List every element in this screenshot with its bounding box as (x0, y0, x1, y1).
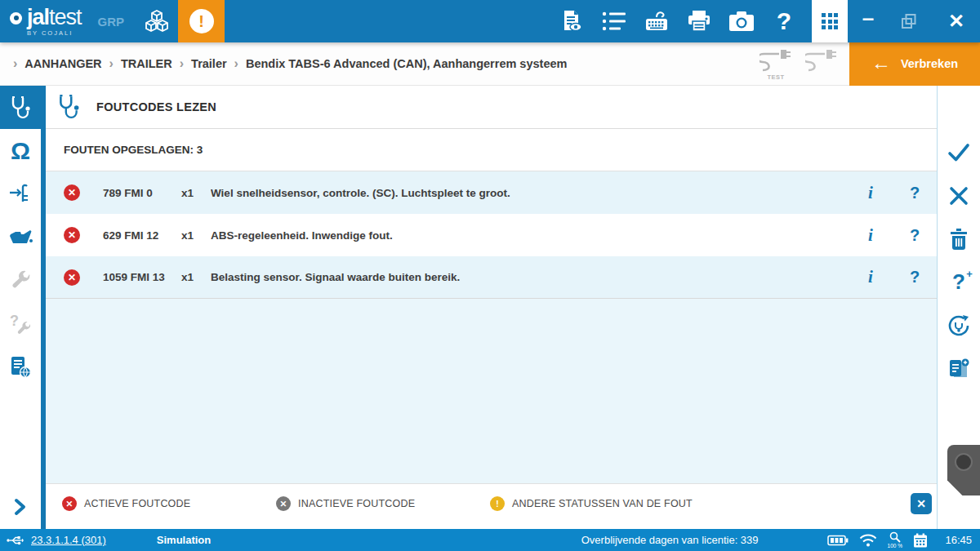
battery-icon (827, 535, 849, 546)
status-bar: 23.3.1.1.4 (301) Simulation Overblijvend… (0, 529, 980, 551)
sidebar-item-components[interactable] (0, 172, 41, 216)
stored-faults-header: FOUTEN OPGESLAGEN: 3 (46, 129, 937, 171)
active-fault-icon: ✕ (64, 269, 80, 286)
sidebar-item-technical-data[interactable] (0, 345, 41, 389)
confirm-button[interactable] (938, 131, 980, 174)
logo-dot-icon (10, 12, 22, 24)
fault-count: x1 (181, 187, 211, 199)
extra-help-button[interactable]: ?+ (938, 260, 980, 304)
connection-status-icons: TEST (760, 47, 838, 81)
checklist-icon[interactable] (593, 0, 635, 42)
fault-description: Belasting sensor. Signaal waarde buiten … (211, 271, 849, 283)
sidebar-expand-button[interactable] (14, 498, 27, 516)
component-pin-icon (8, 183, 33, 206)
fault-info-button[interactable]: i (849, 267, 893, 287)
disconnect-label: Verbreken (901, 57, 958, 70)
breadcrumb-item-system[interactable]: Bendix TABS-6 Advanced (CAN), Aanhangerr… (246, 57, 567, 70)
breadcrumb-item-aanhanger[interactable]: AANHANGER (24, 57, 101, 70)
back-arrow-icon: ← (871, 53, 891, 74)
legend-item-active: ✕ ACTIEVE FOUTCODE (62, 496, 276, 511)
fault-description: ABS-regeleenheid. Inwendige fout. (211, 229, 849, 242)
fault-help-button[interactable]: ? (893, 226, 937, 245)
support-widget-icon (955, 453, 973, 471)
rediagnose-button[interactable] (938, 304, 980, 347)
fault-code: 629 FMI 12 (103, 229, 181, 242)
active-fault-icon: ✕ (64, 184, 80, 201)
logo-text-primary: jal (27, 5, 49, 29)
legend-item-inactive: ✕ INACTIEVE FOUTCODE (276, 496, 490, 511)
grid-icon (822, 13, 838, 29)
omega-icon: Ω (11, 139, 30, 163)
cancel-button[interactable] (938, 174, 980, 217)
fault-count: x1 (181, 271, 211, 283)
logo-text-secondary: test (49, 5, 82, 29)
restore-button[interactable] (889, 0, 929, 42)
logo-byline: BY COJALI (27, 30, 82, 37)
fault-info-button[interactable]: i (849, 225, 893, 246)
systems-cubes-icon[interactable] (136, 0, 178, 42)
disconnect-button[interactable]: ← Verbreken (849, 42, 980, 86)
breadcrumb-item-trailer-type[interactable]: TRAILER (121, 57, 172, 70)
breadcrumb: › AANHANGER › TRAILER › Trailer › Bendix… (0, 56, 760, 71)
connector-icon (805, 47, 838, 75)
close-legend-button[interactable]: ✕ (911, 493, 932, 514)
fault-help-button[interactable]: ? (893, 268, 937, 287)
app-logo[interactable]: jaltest BY COJALI (0, 0, 90, 42)
zoom-control[interactable]: 100 % (888, 531, 902, 549)
warning-icon: ! (189, 9, 214, 33)
apps-grid-button[interactable] (812, 0, 848, 42)
warning-button[interactable]: ! (178, 0, 225, 42)
clear-faults-button[interactable] (938, 217, 980, 260)
wifi-icon (859, 534, 877, 547)
fault-count: x1 (181, 229, 211, 242)
chevron-right-icon: › (13, 56, 17, 71)
breadcrumb-bar: › AANHANGER › TRAILER › Trailer › Bendix… (0, 42, 980, 86)
chevron-right-icon: › (234, 56, 238, 71)
fault-code: 1059 FMI 13 (103, 271, 181, 283)
breadcrumb-item-trailer[interactable]: Trailer (191, 57, 227, 70)
fault-help-button[interactable]: ? (893, 184, 937, 202)
active-fault-icon: ✕ (64, 227, 80, 243)
close-button[interactable]: ✕ (936, 0, 977, 42)
calendar-icon[interactable] (913, 533, 928, 548)
report-viewer-icon[interactable] (550, 0, 593, 42)
usb-icon (7, 535, 24, 545)
fault-row[interactable]: ✕ 629 FMI 12 x1 ABS-regeleenheid. Inwend… (46, 214, 937, 256)
svg-text:?: ? (10, 313, 19, 329)
fault-list-empty-area (46, 299, 937, 483)
other-status-icon: ! (490, 496, 505, 511)
sidebar-item-measurements[interactable]: Ω (0, 129, 41, 172)
app-window: jaltest BY COJALI GRP ! (0, 0, 980, 551)
chevron-right-icon: › (180, 56, 184, 71)
sidebar-item-troubleshooting: ? (0, 302, 41, 345)
left-sidebar: Ω ? (0, 86, 46, 529)
fault-row[interactable]: ✕ 789 FMI 0 x1 Wiel snelheidsensor, cont… (46, 171, 937, 214)
connector-test-icon: TEST (760, 47, 792, 81)
clock-label: 16:45 (938, 534, 972, 546)
active-fault-icon: ✕ (62, 496, 77, 511)
sidebar-item-maintenance[interactable] (0, 216, 41, 259)
question-plus-icon: ?+ (952, 269, 965, 295)
camera-icon[interactable] (720, 0, 763, 42)
chevron-right-icon: › (109, 56, 114, 71)
generate-report-button[interactable] (938, 347, 980, 390)
printer-icon[interactable] (678, 0, 720, 42)
report-plus-icon (947, 358, 970, 380)
minimize-button[interactable]: – (848, 0, 889, 42)
refresh-diagnosis-icon (947, 313, 971, 338)
top-bar: jaltest BY COJALI GRP ! (0, 0, 980, 42)
document-globe-icon (9, 356, 32, 379)
help-icon[interactable]: ? (763, 0, 805, 42)
wrench-icon (10, 270, 31, 291)
magnifier-icon (889, 531, 901, 543)
help-wrench-icon: ? (9, 313, 32, 335)
version-link[interactable]: 23.3.1.1.4 (301) (31, 534, 106, 546)
chevron-right-icon (14, 498, 27, 516)
simulation-mode-label: Simulation (157, 534, 211, 546)
sidebar-item-diagnostics[interactable] (0, 86, 41, 129)
fault-info-button[interactable]: i (849, 183, 893, 203)
keyboard-icon[interactable] (635, 0, 678, 42)
fault-code: 789 FMI 0 (103, 187, 181, 199)
stethoscope-icon (10, 96, 31, 119)
fault-row[interactable]: ✕ 1059 FMI 13 x1 Belasting sensor. Signa… (46, 256, 937, 299)
